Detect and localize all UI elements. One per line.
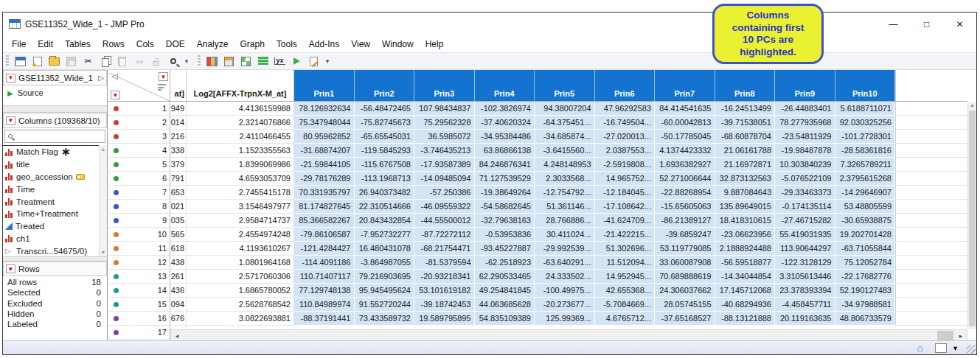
summary-icon[interactable] [221, 55, 237, 69]
toolbar-grip[interactable] [198, 55, 201, 67]
row-number[interactable]: 14 [158, 284, 167, 297]
column-item-time-treatment[interactable]: Time+Treatment [3, 208, 99, 220]
column-header-prin7[interactable]: Prin7 [655, 70, 715, 101]
cell-prin9[interactable]: -19.98487878 [775, 144, 835, 158]
cell-prin8[interactable]: -56.59518877 [715, 256, 776, 270]
menu-item-cols[interactable]: Cols [131, 37, 160, 52]
column-item-treatment[interactable]: Treatment [3, 195, 99, 208]
cell-log2[interactable]: 2.5717060306 [187, 270, 294, 284]
cell-log2[interactable]: 2.5628768542 [187, 298, 294, 312]
cell-prin10[interactable]: 48.806733579 [835, 312, 896, 326]
column-header-log2[interactable]: Log2[AFFX-TrpnX-M_at] [187, 70, 294, 101]
cell-prin6[interactable]: 4.6765712... [595, 312, 656, 326]
fit-model-icon[interactable]: yx [272, 55, 288, 69]
cell-prin4[interactable]: 44.063685628 [475, 298, 535, 312]
menu-item-window[interactable]: Window [376, 37, 420, 52]
panel-splitter[interactable] [3, 105, 107, 113]
cell-log2[interactable]: 1.6865780052 [187, 284, 294, 298]
row-number[interactable]: 12 [158, 256, 167, 269]
cell-prin3[interactable]: -39.18742453 [414, 298, 475, 312]
cell-partial[interactable]: 338 [170, 144, 187, 158]
cell-log2[interactable]: 2.3214076866 [187, 116, 294, 130]
cell-prin7[interactable]: 52.271006644 [655, 172, 715, 186]
rows-red-triangle-icon[interactable]: ▼ [111, 91, 120, 99]
cell-prin8[interactable]: 18.418310615 [715, 214, 776, 228]
column-header-prin10[interactable]: Prin10 [835, 70, 896, 101]
cell-partial[interactable]: 436 [170, 284, 187, 298]
row-header[interactable]: 9 [108, 214, 170, 228]
cell-prin9[interactable]: -5.076522109 [775, 172, 835, 186]
row-header[interactable]: 4 [108, 144, 170, 158]
cell-prin2[interactable]: 79.216903695 [355, 270, 415, 284]
row-state-dot[interactable] [114, 148, 119, 153]
row-number[interactable]: 17 [158, 326, 167, 339]
cell-partial[interactable]: 094 [170, 298, 187, 312]
cell-prin8[interactable]: 9.887084643 [715, 186, 776, 200]
cell-prin6[interactable]: 51.302696... [595, 242, 656, 256]
cell-partial[interactable]: 021 [170, 200, 187, 214]
cell-prin1[interactable]: 110.71407117 [294, 270, 355, 284]
columns-panel-red-triangle-icon[interactable]: ▼ [6, 116, 15, 125]
cell-prin5[interactable]: -63.640291... [535, 256, 595, 270]
row-state-dot[interactable] [114, 190, 119, 195]
data-table-icon[interactable] [204, 55, 220, 69]
cell-prin3[interactable]: 53.101619182 [414, 284, 475, 298]
cell-prin10[interactable]: -101.2728301 [835, 130, 896, 144]
cell-prin2[interactable]: -75.82745673 [355, 116, 415, 130]
cell-prin4[interactable]: -37.40620324 [475, 116, 535, 130]
row-number[interactable]: 15 [158, 298, 167, 311]
cell-prin8[interactable]: 17.145712068 [715, 284, 776, 298]
cell-partial[interactable]: 035 [170, 214, 187, 228]
cell-prin5[interactable]: -34.685874... [535, 130, 595, 144]
cell-prin7[interactable]: 84.414541635 [655, 102, 715, 116]
cell-prin4[interactable]: -54.58682645 [475, 200, 535, 214]
cell-prin2[interactable]: -113.1968713 [355, 172, 415, 186]
cell-log2[interactable]: 3.1546497977 [187, 200, 294, 214]
cell-prin2[interactable]: 26.940373482 [355, 186, 415, 200]
cell-prin7[interactable]: -50.17785045 [655, 130, 715, 144]
menu-item-graph[interactable]: Graph [234, 37, 270, 52]
clear-row-states-icon[interactable]: ●● [131, 55, 147, 69]
row-state-dot[interactable] [114, 302, 119, 307]
column-header-prin4[interactable]: Prin4 [475, 70, 535, 101]
menu-item-view[interactable]: View [345, 37, 376, 52]
lock-icon[interactable] [148, 55, 164, 69]
cell-prin6[interactable]: -2.5919808... [595, 158, 656, 172]
cell-prin6[interactable]: 14.965752... [595, 172, 656, 186]
cell-prin1[interactable]: 75.347948044 [294, 116, 355, 130]
cell-log2[interactable]: 2.7455415178 [187, 186, 294, 200]
cell-prin7[interactable]: 28.05745155 [655, 298, 715, 312]
scroll-down-icon[interactable]: ▾ [102, 249, 105, 256]
menu-item-analyze[interactable]: Analyze [191, 37, 234, 52]
row-number[interactable]: 8 [162, 200, 167, 213]
row-state-dot[interactable] [114, 246, 119, 251]
row-number[interactable]: 6 [162, 172, 167, 185]
row-header[interactable]: 6 [108, 172, 170, 186]
cell-prin8[interactable]: 2.1888924488 [715, 242, 776, 256]
cell-log2[interactable]: 1.0801964168 [187, 256, 294, 270]
menu-item-help[interactable]: Help [420, 37, 450, 52]
cell-partial[interactable]: 216 [170, 130, 187, 144]
cell-log2[interactable]: 3.0822693881 [187, 312, 294, 326]
row-number[interactable]: 4 [162, 144, 167, 157]
row-number[interactable]: 3 [162, 130, 167, 143]
cell-prin6[interactable]: 14.952945... [595, 270, 656, 284]
group-expand-icon[interactable]: ▷ [5, 247, 13, 255]
cell-prin2[interactable]: -65.65545031 [355, 130, 415, 144]
cell-prin8[interactable]: -68.60878704 [715, 130, 776, 144]
column-item-transcri-54675-0[interactable]: ▷Transcri...54675/0) [3, 245, 99, 256]
cell-partial[interactable]: 438 [170, 256, 187, 270]
cell-prin8[interactable]: -23.06623956 [715, 228, 776, 242]
row-number[interactable]: 1 [162, 102, 167, 115]
overflow-icon[interactable]: ▾ [323, 55, 332, 69]
cell-partial[interactable]: 014 [170, 116, 187, 130]
cell-prin1[interactable]: -31.68874207 [294, 144, 355, 158]
row-state-dot[interactable] [114, 204, 119, 209]
cell-prin2[interactable]: -7.952732277 [355, 228, 415, 242]
cell-prin2[interactable]: -119.5845293 [355, 144, 415, 158]
row-state-dot[interactable] [114, 120, 119, 125]
cell-prin6[interactable]: 42.655368... [595, 284, 656, 298]
cell-partial[interactable]: 379 [170, 158, 187, 172]
graph-builder-icon[interactable] [255, 55, 271, 69]
cell-prin9[interactable]: 3.3105613446 [775, 270, 835, 284]
